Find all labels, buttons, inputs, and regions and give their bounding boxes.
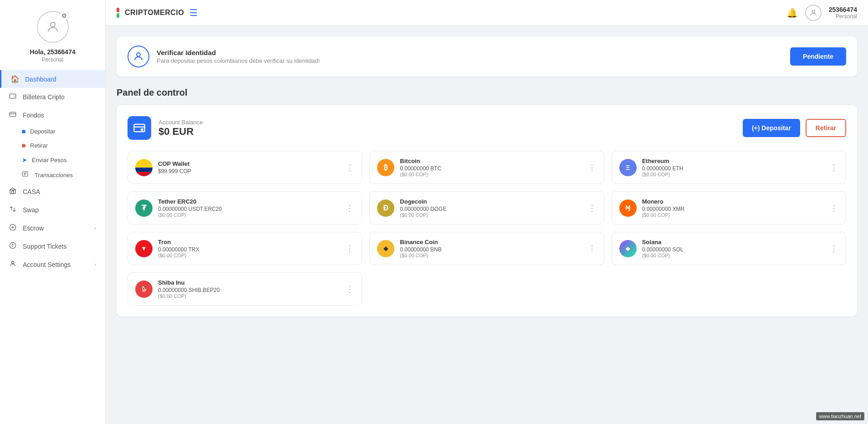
bell-icon[interactable]: 🔔 [786,7,798,18]
wallet-card-bnb: ◆ Binance Coin 0.00000000 BNB ($0.00 COP… [369,232,604,265]
wallet-menu-icon[interactable]: ⋮ [346,285,354,293]
wallet-info: Bitcoin 0.00000000 BTC ($0.00 COP) [400,158,582,177]
xmr-icon: Ɱ [619,199,637,217]
svg-point-16 [812,10,815,13]
wallet-cop-value: ($0.00 COP) [642,172,824,177]
svg-point-0 [51,22,55,27]
main-content: CRIPTOMERCIO ☰ 🔔 25366474 Personal [106,0,868,424]
verify-text: Verificar Identidad Para depositar pesos… [157,49,783,64]
hamburger-icon[interactable]: ☰ [189,7,198,18]
sidebar-item-label: Depositar [30,128,56,135]
sidebar-item-enviar[interactable]: ➤ Enviar Pesos [0,153,105,167]
sidebar: ⚙ Hola, 25366474 Personal 🏠 Dashboard Bi… [0,0,106,424]
svg-point-13 [12,244,13,245]
sidebar-item-support[interactable]: Support Tickets [0,237,105,255]
wallet-name: Tron [158,239,340,245]
sidebar-item-fondos[interactable]: Fondos [0,106,105,124]
wallet-card-cop: COP Wallet $99.999 COP ⋮ [128,151,362,184]
wallet-name: Dogecoin [400,198,582,205]
balance-value: $0 EUR [158,126,735,138]
retirar-dot [22,144,26,148]
wallet-name: COP Wallet [158,160,340,167]
wallet-card-doge: Ð Dogecoin 0.00000000 DOGE ($0.00 COP) ⋮ [369,191,604,225]
ticket-icon [9,242,17,251]
sidebar-item-label: Fondos [23,112,96,119]
sidebar-item-dashboard[interactable]: 🏠 Dashboard [0,70,105,88]
wallet-balance: $99.999 COP [158,168,340,174]
bnb-icon: ◆ [377,240,394,257]
verify-title: Verificar Identidad [157,49,783,56]
balance-actions: (+) Depositar Retirar [743,119,846,137]
cop-flag-icon [135,159,153,176]
wallet-balance: 0.00000000 BNB [400,246,582,253]
btc-icon: ₿ [377,159,394,176]
card-icon [9,111,17,120]
gear-icon[interactable]: ⚙ [60,11,69,20]
trx-icon: ▼ [135,240,153,257]
wallet-name: Tether ERC20 [158,198,340,205]
transactions-icon [22,171,30,179]
wallet-info: COP Wallet $99.999 COP [158,160,340,174]
sidebar-item-account-settings[interactable]: Account Settings › [0,255,105,274]
chevron-right-icon: › [94,261,96,268]
wallet-menu-icon[interactable]: ⋮ [346,204,354,212]
wallet-menu-icon[interactable]: ⋮ [346,163,354,172]
sidebar-item-escrow[interactable]: Escrow › [0,219,105,237]
wallet-balance: 0.00000000 SOL [642,246,824,253]
wallet-cop-value: ($0.00 COP) [400,253,582,258]
sidebar-item-billetera[interactable]: Billetera Cripto [0,88,105,106]
avatar-container: ⚙ [37,11,69,43]
brand-name: CRIPTOMERCIO [125,9,184,17]
wallet-menu-icon[interactable]: ⋮ [346,245,354,253]
wallet-menu-icon[interactable]: ⋮ [830,163,838,172]
svg-rect-2 [10,112,15,116]
wallet-menu-icon[interactable]: ⋮ [588,163,597,172]
home-icon: 🏠 [10,75,20,83]
wallet-menu-icon[interactable]: ⋮ [830,204,838,212]
sidebar-item-transacciones[interactable]: Transacciones [0,167,105,183]
panel-title: Panel de control [117,87,857,98]
sidebar-item-label: Escrow [23,225,89,232]
header-avatar[interactable] [805,5,822,21]
wallet-info: Tether ERC20 0.00000000 USDT.ERC20 ($0.0… [158,198,340,218]
wallet-card-trx: ▼ Tron 0.00000000 TRX ($0.00 COP) ⋮ [128,232,362,265]
usdt-icon: ₮ [135,199,153,217]
balance-label: Account Balance [158,119,735,126]
pending-button[interactable]: Pendiente [790,47,846,66]
wallet-menu-icon[interactable]: ⋮ [588,245,597,253]
escrow-icon [9,224,17,233]
swap-icon [9,205,17,215]
wallet-cop-value: ($0.00 COP) [400,212,582,218]
wallets-grid: COP Wallet $99.999 COP ⋮ ₿ Bitcoin 0.000… [128,151,846,306]
profile-type: Personal [42,56,63,63]
svg-point-19 [141,129,143,131]
wallet-menu-icon[interactable]: ⋮ [588,204,597,212]
wallet-info: Monero 0.00000000 XMR ($0.00 COP) [642,198,824,218]
deposit-button[interactable]: (+) Depositar [743,119,800,137]
wallet-balance: 0.00000000 BTC [400,165,582,172]
depositar-dot [22,130,26,133]
wallet-cop-value: ($0.00 COP) [642,253,824,258]
sidebar-item-casa[interactable]: CASA [0,183,105,201]
wallet-info: Shiba Inu 0.00000000 SHIB.BEP20 ($0.00 C… [158,279,340,299]
wallet-card-xmr: Ɱ Monero 0.00000000 XMR ($0.00 COP) ⋮ [612,191,846,225]
withdraw-button[interactable]: Retirar [806,119,846,137]
casa-icon [9,187,17,196]
sidebar-item-label: Retirar [30,142,48,149]
wallet-balance: 0.00000000 ETH [642,165,824,172]
logo [117,8,119,18]
verify-subtitle: Para depositar pesos colombianos debe ve… [157,57,783,64]
wallet-name: Shiba Inu [158,279,340,286]
wallet-card-shib: 🐕 Shiba Inu 0.00000000 SHIB.BEP20 ($0.00… [128,272,362,306]
sidebar-item-retirar[interactable]: Retirar [0,138,105,153]
sidebar-item-label: Enviar Pesos [32,157,67,163]
wallet-card-btc: ₿ Bitcoin 0.00000000 BTC ($0.00 COP) ⋮ [369,151,604,184]
wallet-name: Bitcoin [400,158,582,164]
sidebar-item-depositar[interactable]: Depositar [0,124,105,138]
wallet-name: Monero [642,198,824,205]
sidebar-item-swap[interactable]: Swap [0,201,105,219]
wallet-menu-icon[interactable]: ⋮ [830,245,838,253]
wallet-info: Tron 0.00000000 TRX ($0.00 COP) [158,239,340,258]
wallet-balance: 0.00000000 USDT.ERC20 [158,206,340,212]
wallet-icon [9,92,17,102]
